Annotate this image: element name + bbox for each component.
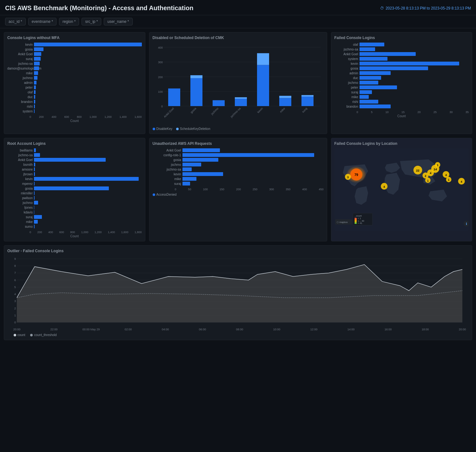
svg-text:= 41: = 41 — [358, 222, 362, 225]
table-row: ljones — [7, 206, 142, 209]
table-row: admin — [334, 71, 469, 75]
svg-text:4: 4 — [460, 180, 462, 183]
unauthorized-chart: Ankit Goelconfig-role-1gosiajschmojschmo… — [153, 148, 324, 191]
table-row: bsmith — [7, 163, 142, 166]
filter-user-name[interactable]: user_name * — [104, 18, 132, 25]
unauthorized-legend-access: AccessDenied — [153, 193, 177, 196]
table-row: gosia — [334, 66, 469, 70]
svg-text:22: 22 — [416, 169, 420, 172]
table-row: kevin — [7, 177, 142, 181]
svg-rect-13 — [190, 75, 202, 78]
table-row: jbrown — [7, 172, 142, 176]
svg-rect-26 — [301, 97, 314, 106]
table-row: jschmo-sa — [7, 62, 142, 65]
cmk-schedule-dot — [176, 128, 179, 130]
panel-outlier: Outlier - Failed Console Logins 01234567… — [4, 245, 472, 340]
svg-text:2: 2 — [425, 174, 426, 178]
table-row: duc — [7, 95, 142, 99]
svg-text:⬡ mapbox: ⬡ mapbox — [337, 221, 348, 224]
table-row: pwilson — [7, 196, 142, 200]
panel-console-logins-title: Console Logins without MFA — [7, 36, 142, 40]
root-logins-x-axis: Count — [7, 234, 142, 238]
console-logins-x-axis: Count — [7, 119, 142, 123]
svg-text:300: 300 — [158, 61, 162, 64]
table-row: jschmo-sa — [7, 153, 142, 157]
table-row: kevin — [153, 172, 324, 176]
filter-eventname[interactable]: eventname * — [28, 18, 56, 25]
svg-text:400: 400 — [158, 46, 162, 49]
svg-text:jschmo-sa: jschmo-sa — [229, 107, 241, 118]
svg-text:5: 5 — [14, 286, 16, 289]
table-row: rishi — [7, 105, 142, 108]
svg-text:4: 4 — [14, 293, 16, 296]
cmk-chart-area: 0100200300400Ankit Goelgosiajschmojschmo… — [153, 43, 324, 125]
unauthorized-dot — [153, 193, 155, 196]
svg-text:9: 9 — [14, 257, 16, 260]
svg-text:18:00: 18:00 — [422, 328, 429, 331]
table-row: mike — [7, 71, 142, 75]
svg-rect-21 — [257, 53, 269, 65]
svg-rect-10 — [168, 89, 180, 106]
table-row: mike — [334, 95, 469, 99]
panel-root-logins-title: Root Account Logins — [7, 141, 142, 146]
table-row: Ankit Goel — [7, 52, 142, 56]
table-row: jschmo — [7, 201, 142, 205]
table-row: jschmo-sa — [334, 47, 469, 51]
table-row: mkmiller — [7, 191, 142, 195]
map-svg: 79 22 14 4 4 4 3 2 1 — [334, 148, 469, 231]
svg-rect-27 — [301, 95, 314, 97]
filter-src-ip[interactable]: src_ip * — [82, 18, 101, 25]
svg-text:2: 2 — [14, 307, 16, 310]
table-row: system — [7, 109, 142, 113]
svg-text:3: 3 — [14, 300, 16, 303]
svg-text:7: 7 — [14, 271, 16, 274]
table-row: olaf — [334, 43, 469, 46]
svg-text:200: 200 — [158, 76, 162, 79]
svg-rect-24 — [279, 96, 291, 98]
svg-text:06:00: 06:00 — [199, 328, 206, 331]
filter-acc-id[interactable]: acc_id * — [5, 18, 26, 25]
panel-map: Failed Console Logins by Location — [331, 138, 473, 241]
outlier-chart-area: 012345678920:0022:0000:00 May 2902:0004:… — [7, 256, 469, 332]
svg-text:08:00: 08:00 — [236, 328, 243, 331]
table-row: suraj — [7, 57, 142, 61]
panel-disabled-cmk-title: Disabled or Scheduled Deletion of CMK — [153, 36, 324, 40]
svg-text:4: 4 — [445, 173, 447, 177]
svg-text:1: 1 — [437, 164, 438, 167]
dashboard: Console Logins without MFA kevingosiaAnk… — [0, 28, 476, 344]
failed-logins-x-axis: Count — [334, 114, 469, 118]
svg-text:8: 8 — [14, 264, 16, 267]
svg-text:ℹ: ℹ — [466, 222, 467, 226]
svg-text:jschmo: jschmo — [210, 107, 219, 116]
table-row: Ankit Goel — [7, 158, 142, 162]
svg-text:3: 3 — [347, 176, 348, 179]
table-row: jschmo — [334, 81, 469, 84]
page-title: CIS AWS Benchmark (Monitoring) - Access … — [5, 4, 193, 12]
row-2: Root Account Logins bwilliamsjschmo-saAn… — [4, 138, 472, 241]
cmk-legend-disable: DisableKey — [153, 127, 173, 131]
svg-text:kevin: kevin — [256, 107, 263, 114]
svg-text:mike: mike — [279, 107, 286, 113]
time-range: ⏱ 2023-05-28 8:13:13 PM to 2023-05-29 8:… — [380, 6, 471, 10]
root-logins-chart: bwilliamsjschmo-saAnkit Goelbsmithamoore… — [7, 148, 142, 234]
table-row: config-role-1 — [153, 153, 324, 157]
svg-text:16:00: 16:00 — [385, 328, 392, 331]
outlier-chart-svg: 012345678920:0022:0000:00 May 2902:0004:… — [7, 256, 469, 332]
table-row: sumo — [7, 225, 142, 228]
svg-text:100: 100 — [158, 90, 162, 93]
cmk-disable-dot — [153, 128, 155, 130]
svg-text:20:00: 20:00 — [459, 328, 466, 331]
svg-text:14: 14 — [433, 167, 437, 171]
svg-text:22:00: 22:00 — [50, 328, 58, 331]
svg-rect-12 — [190, 78, 202, 106]
unauthorized-legend: AccessDenied — [153, 193, 324, 196]
filter-region[interactable]: region * — [59, 18, 79, 25]
table-row: gosia — [7, 186, 142, 190]
table-row: peter — [334, 85, 469, 89]
panel-map-title: Failed Console Logins by Location — [334, 141, 469, 146]
svg-text:1: 1 — [448, 178, 449, 181]
svg-text:20:00: 20:00 — [13, 328, 21, 331]
table-row: amoore — [7, 167, 142, 171]
table-row: system — [334, 57, 469, 61]
table-row: peter — [7, 85, 142, 89]
